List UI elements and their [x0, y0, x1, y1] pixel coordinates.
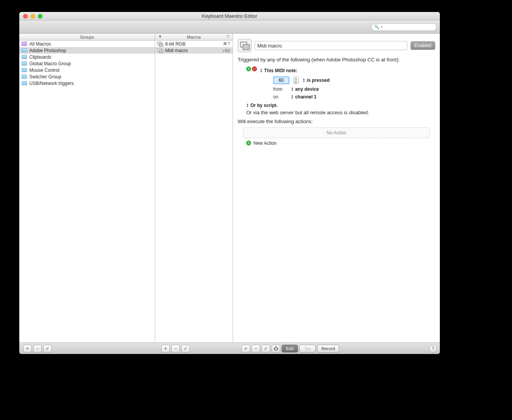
folder-icon [22, 75, 27, 79]
enabled-button[interactable]: Enabled [411, 41, 435, 50]
toggle-action-button[interactable]: ✓ [262, 345, 270, 352]
folder-icon [22, 55, 27, 59]
folder-icon [22, 61, 27, 66]
macros-column: ▼ Macros ▽ 8-bit RGB ⌘? Midi macro ♪60 [155, 34, 233, 342]
macros-header[interactable]: ▼ Macros ▽ [155, 34, 233, 41]
from-label: from [273, 86, 287, 92]
bottom-bar: + − ✓ + − ✓ + − ✓ ⏻ Edit Try Record ? [19, 342, 440, 354]
macros-list[interactable]: 8-bit RGB ⌘? Midi macro ♪60 [155, 41, 233, 342]
macro-large-icon[interactable] [238, 39, 252, 52]
folder-icon [22, 42, 27, 46]
chevron-updown-icon [291, 86, 294, 91]
folder-icon [22, 81, 27, 85]
no-action-placeholder[interactable]: No Action [243, 127, 430, 138]
shortcut-label: ♪60 [222, 48, 230, 53]
remove-group-button[interactable]: − [33, 345, 42, 352]
try-button[interactable]: Try [299, 345, 316, 352]
groups-list[interactable]: All Macros Adobe Photoshop Clipboards Gl… [19, 41, 155, 342]
chevron-updown-icon [291, 94, 294, 99]
chevron-updown-icon [302, 78, 305, 83]
new-action-button[interactable]: + New Action [238, 141, 435, 146]
search-icon: 🔍 [374, 24, 379, 29]
device-dropdown[interactable]: any device [291, 86, 319, 92]
titlebar: Keyboard Maestro Editor [19, 12, 440, 20]
exec-intro: Will execute the following actions: [238, 119, 435, 124]
shortcut-label: ⌘? [223, 41, 230, 46]
group-item[interactable]: Switcher Group [19, 73, 155, 80]
add-macro-button[interactable]: + [161, 345, 170, 352]
group-item[interactable]: Mouse Control [19, 67, 155, 73]
group-item[interactable]: All Macros [19, 41, 155, 47]
power-button[interactable]: ⏻ [272, 345, 280, 352]
trigger-type-dropdown[interactable]: This MIDI note: [260, 68, 297, 73]
sort-triangle-icon[interactable]: ▼ [158, 34, 162, 39]
folder-icon [22, 48, 27, 52]
remove-macro-button[interactable]: − [171, 345, 180, 352]
channel-dropdown[interactable]: channel 1 [291, 94, 316, 100]
macro-icon [157, 48, 163, 53]
add-action-button[interactable]: + [242, 345, 250, 352]
group-item[interactable]: Clipboards [19, 54, 155, 60]
macro-name-input[interactable] [255, 41, 407, 50]
midi-note-input[interactable] [273, 76, 289, 84]
chevron-updown-icon [246, 103, 249, 108]
detail-column: Enabled Triggered by any of the followin… [233, 34, 440, 342]
group-item[interactable]: USB/Network triggers [19, 80, 155, 86]
add-trigger-icon[interactable]: + [246, 66, 251, 71]
folder-icon [22, 68, 27, 72]
add-group-button[interactable]: + [23, 345, 32, 352]
groups-column: Groups All Macros Adobe Photoshop Clipbo… [19, 34, 155, 342]
macro-item[interactable]: 8-bit RGB ⌘? [155, 41, 233, 47]
on-label: on [273, 94, 287, 100]
groups-header[interactable]: Groups [19, 34, 155, 41]
or-script-dropdown[interactable]: Or by script. [246, 103, 278, 108]
note-stepper[interactable]: ▲▼ [293, 76, 299, 84]
help-button[interactable]: ? [429, 345, 437, 352]
group-item[interactable]: Adobe Photoshop [19, 47, 155, 54]
chevron-updown-icon [260, 68, 263, 73]
sort-triangle-icon[interactable]: ▽ [226, 34, 230, 39]
toggle-group-button[interactable]: ✓ [43, 345, 52, 352]
search-input[interactable]: 🔍 ▾ [371, 23, 437, 31]
press-state-dropdown[interactable]: is pressed [302, 78, 330, 83]
editor-window: Keyboard Maestro Editor 🔍 ▾ Groups All M… [19, 12, 440, 354]
window-title: Keyboard Maestro Editor [19, 13, 440, 19]
macro-icon [157, 42, 163, 46]
or-web-text: Or via the web server but all remote acc… [238, 110, 435, 115]
macro-item[interactable]: Midi macro ♪60 [155, 47, 233, 54]
edit-button[interactable]: Edit [282, 345, 298, 352]
plus-icon: + [246, 141, 251, 146]
toolbar: 🔍 ▾ [19, 20, 440, 34]
trigger-intro: Triggered by any of the following (when … [238, 57, 435, 63]
toggle-macro-button[interactable]: ✓ [181, 345, 190, 352]
record-button[interactable]: Record [317, 345, 339, 352]
group-item[interactable]: Global Macro Group [19, 60, 155, 67]
remove-trigger-icon[interactable]: − [252, 66, 257, 71]
remove-action-button[interactable]: − [252, 345, 260, 352]
